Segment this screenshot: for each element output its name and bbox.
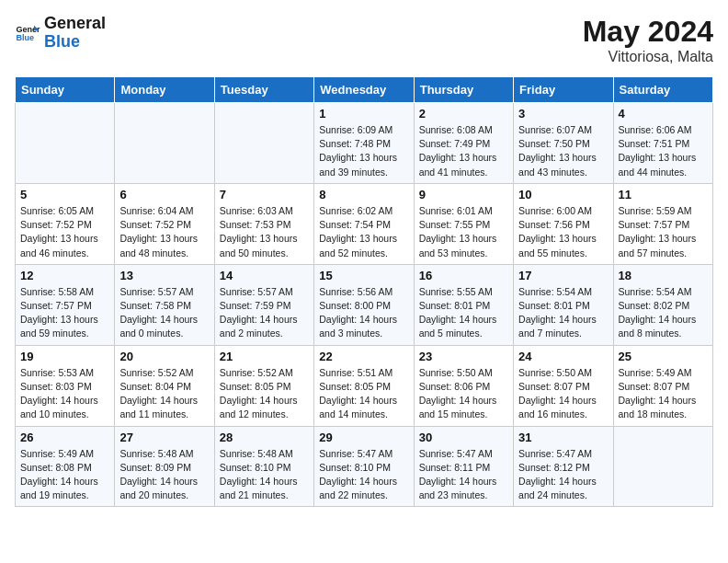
month-year-title: May 2024: [583, 15, 713, 49]
calendar-cell: 27Sunrise: 5:48 AMSunset: 8:09 PMDayligh…: [115, 426, 214, 507]
weekday-header-friday: Friday: [514, 77, 613, 103]
day-info: Sunrise: 6:05 AMSunset: 7:52 PMDaylight:…: [20, 204, 109, 260]
day-info: Sunrise: 5:49 AMSunset: 8:07 PMDaylight:…: [619, 366, 708, 422]
calendar-cell: 1Sunrise: 6:09 AMSunset: 7:48 PMDaylight…: [314, 103, 414, 184]
calendar-cell: 12Sunrise: 5:58 AMSunset: 7:57 PMDayligh…: [16, 264, 115, 345]
day-info: Sunrise: 5:49 AMSunset: 8:08 PMDaylight:…: [20, 447, 109, 503]
calendar-week-row: 1Sunrise: 6:09 AMSunset: 7:48 PMDaylight…: [16, 103, 713, 184]
calendar-cell: 18Sunrise: 5:54 AMSunset: 8:02 PMDayligh…: [613, 264, 712, 345]
calendar-table: SundayMondayTuesdayWednesdayThursdayFrid…: [15, 76, 713, 507]
calendar-cell: [115, 103, 214, 184]
calendar-cell: 25Sunrise: 5:49 AMSunset: 8:07 PMDayligh…: [613, 345, 712, 426]
day-info: Sunrise: 6:06 AMSunset: 7:51 PMDaylight:…: [619, 123, 708, 179]
day-info: Sunrise: 5:48 AMSunset: 8:09 PMDaylight:…: [119, 447, 209, 503]
day-info: Sunrise: 5:55 AMSunset: 8:01 PMDaylight:…: [419, 285, 508, 341]
calendar-cell: 31Sunrise: 5:47 AMSunset: 8:12 PMDayligh…: [514, 426, 613, 507]
calendar-cell: 11Sunrise: 5:59 AMSunset: 7:57 PMDayligh…: [613, 183, 712, 264]
day-info: Sunrise: 6:07 AMSunset: 7:50 PMDaylight:…: [518, 123, 608, 179]
calendar-week-row: 26Sunrise: 5:49 AMSunset: 8:08 PMDayligh…: [16, 426, 713, 507]
day-info: Sunrise: 5:58 AMSunset: 7:57 PMDaylight:…: [20, 285, 109, 341]
day-number: 3: [518, 107, 608, 121]
day-info: Sunrise: 5:51 AMSunset: 8:05 PMDaylight:…: [319, 366, 408, 422]
weekday-header-tuesday: Tuesday: [214, 77, 313, 103]
day-number: 12: [20, 269, 109, 282]
day-info: Sunrise: 5:57 AMSunset: 7:58 PMDaylight:…: [119, 285, 209, 341]
calendar-cell: 26Sunrise: 5:49 AMSunset: 8:08 PMDayligh…: [16, 426, 115, 507]
calendar-cell: 16Sunrise: 5:55 AMSunset: 8:01 PMDayligh…: [414, 264, 513, 345]
day-number: 9: [419, 188, 508, 201]
day-number: 27: [119, 431, 209, 444]
day-number: 21: [220, 350, 309, 363]
day-number: 6: [119, 188, 209, 201]
day-number: 1: [319, 107, 408, 121]
weekday-header-sunday: Sunday: [16, 77, 115, 103]
location-subtitle: Vittoriosa, Malta: [583, 49, 713, 65]
day-info: Sunrise: 6:00 AMSunset: 7:56 PMDaylight:…: [518, 204, 608, 260]
calendar-cell: 6Sunrise: 6:04 AMSunset: 7:52 PMDaylight…: [115, 183, 214, 264]
day-number: 2: [419, 107, 508, 121]
calendar-cell: [214, 103, 313, 184]
day-info: Sunrise: 6:01 AMSunset: 7:55 PMDaylight:…: [419, 204, 508, 260]
weekday-header-saturday: Saturday: [613, 77, 712, 103]
day-info: Sunrise: 5:50 AMSunset: 8:07 PMDaylight:…: [518, 366, 608, 422]
day-info: Sunrise: 5:57 AMSunset: 7:59 PMDaylight:…: [220, 285, 309, 341]
calendar-cell: 14Sunrise: 5:57 AMSunset: 7:59 PMDayligh…: [214, 264, 313, 345]
weekday-header-monday: Monday: [115, 77, 214, 103]
day-number: 31: [518, 431, 608, 444]
day-info: Sunrise: 5:52 AMSunset: 8:05 PMDaylight:…: [220, 366, 309, 422]
calendar-cell: 19Sunrise: 5:53 AMSunset: 8:03 PMDayligh…: [16, 345, 115, 426]
day-info: Sunrise: 5:47 AMSunset: 8:12 PMDaylight:…: [518, 447, 608, 503]
day-info: Sunrise: 5:54 AMSunset: 8:01 PMDaylight:…: [518, 285, 608, 341]
calendar-cell: [613, 426, 712, 507]
calendar-cell: 22Sunrise: 5:51 AMSunset: 8:05 PMDayligh…: [314, 345, 414, 426]
calendar-cell: 4Sunrise: 6:06 AMSunset: 7:51 PMDaylight…: [613, 103, 712, 184]
day-number: 19: [20, 350, 109, 363]
svg-text:Blue: Blue: [16, 33, 34, 42]
day-info: Sunrise: 5:56 AMSunset: 8:00 PMDaylight:…: [319, 285, 408, 341]
day-info: Sunrise: 6:02 AMSunset: 7:54 PMDaylight:…: [319, 204, 408, 260]
day-number: 14: [220, 269, 309, 282]
calendar-cell: 21Sunrise: 5:52 AMSunset: 8:05 PMDayligh…: [214, 345, 313, 426]
day-number: 26: [20, 431, 109, 444]
calendar-cell: 20Sunrise: 5:52 AMSunset: 8:04 PMDayligh…: [115, 345, 214, 426]
calendar-cell: 10Sunrise: 6:00 AMSunset: 7:56 PMDayligh…: [514, 183, 613, 264]
day-number: 7: [220, 188, 309, 201]
calendar-cell: 2Sunrise: 6:08 AMSunset: 7:49 PMDaylight…: [414, 103, 513, 184]
calendar-cell: 13Sunrise: 5:57 AMSunset: 7:58 PMDayligh…: [115, 264, 214, 345]
day-number: 18: [619, 269, 708, 282]
day-info: Sunrise: 5:47 AMSunset: 8:11 PMDaylight:…: [419, 447, 508, 503]
calendar-week-row: 5Sunrise: 6:05 AMSunset: 7:52 PMDaylight…: [16, 183, 713, 264]
day-info: Sunrise: 5:47 AMSunset: 8:10 PMDaylight:…: [319, 447, 408, 503]
calendar-cell: 28Sunrise: 5:48 AMSunset: 8:10 PMDayligh…: [214, 426, 313, 507]
calendar-cell: [16, 103, 115, 184]
calendar-cell: 29Sunrise: 5:47 AMSunset: 8:10 PMDayligh…: [314, 426, 414, 507]
day-info: Sunrise: 5:50 AMSunset: 8:06 PMDaylight:…: [419, 366, 508, 422]
day-info: Sunrise: 5:52 AMSunset: 8:04 PMDaylight:…: [119, 366, 209, 422]
day-number: 20: [119, 350, 209, 363]
day-number: 17: [518, 269, 608, 282]
calendar-cell: 9Sunrise: 6:01 AMSunset: 7:55 PMDaylight…: [414, 183, 513, 264]
day-info: Sunrise: 5:53 AMSunset: 8:03 PMDaylight:…: [20, 366, 109, 422]
day-number: 13: [119, 269, 209, 282]
day-number: 24: [518, 350, 608, 363]
day-number: 22: [319, 350, 408, 363]
calendar-week-row: 19Sunrise: 5:53 AMSunset: 8:03 PMDayligh…: [16, 345, 713, 426]
day-number: 30: [419, 431, 508, 444]
page-header: General Blue General Blue May 2024 Vitto…: [15, 15, 713, 65]
calendar-cell: 8Sunrise: 6:02 AMSunset: 7:54 PMDaylight…: [314, 183, 414, 264]
day-number: 16: [419, 269, 508, 282]
title-block: May 2024 Vittoriosa, Malta: [583, 15, 713, 65]
logo: General Blue General Blue: [15, 15, 106, 52]
day-number: 28: [220, 431, 309, 444]
day-info: Sunrise: 5:48 AMSunset: 8:10 PMDaylight:…: [220, 447, 309, 503]
day-number: 25: [619, 350, 708, 363]
day-info: Sunrise: 6:08 AMSunset: 7:49 PMDaylight:…: [419, 123, 508, 179]
logo-icon: General Blue: [15, 20, 40, 46]
calendar-cell: 15Sunrise: 5:56 AMSunset: 8:00 PMDayligh…: [314, 264, 414, 345]
day-number: 10: [518, 188, 608, 201]
calendar-cell: 24Sunrise: 5:50 AMSunset: 8:07 PMDayligh…: [514, 345, 613, 426]
day-info: Sunrise: 5:59 AMSunset: 7:57 PMDaylight:…: [619, 204, 708, 260]
day-number: 4: [619, 107, 708, 121]
weekday-header-row: SundayMondayTuesdayWednesdayThursdayFrid…: [16, 77, 713, 103]
calendar-cell: 23Sunrise: 5:50 AMSunset: 8:06 PMDayligh…: [414, 345, 513, 426]
